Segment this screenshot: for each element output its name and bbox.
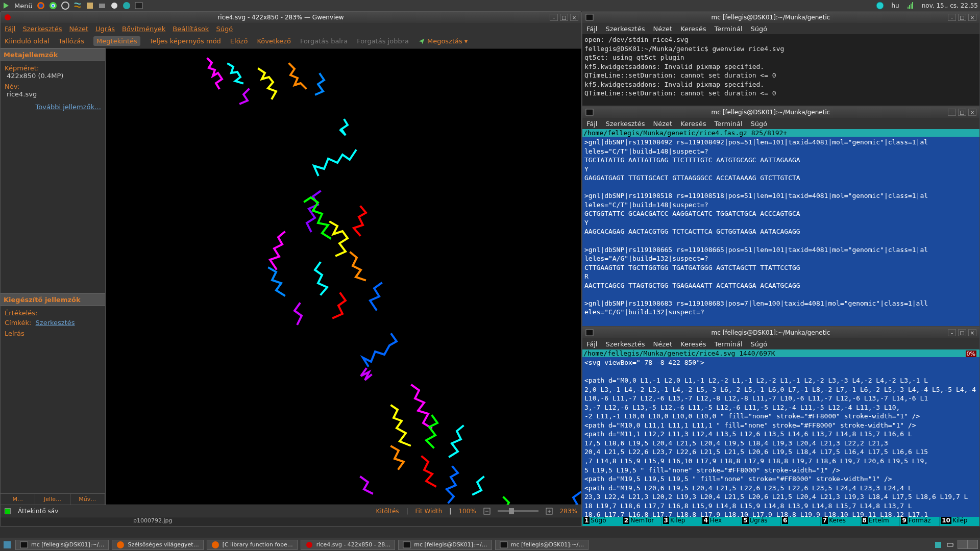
- fkey-1[interactable]: 1Súgó: [582, 517, 622, 526]
- fkey-4[interactable]: 4Hex: [701, 517, 741, 526]
- tb-view[interactable]: Megtekintés: [93, 36, 140, 46]
- wifi-icon[interactable]: [906, 2, 915, 10]
- t1-term[interactable]: Terminál: [715, 25, 743, 33]
- t1-view[interactable]: Nézet: [653, 25, 672, 33]
- fkey-8[interactable]: 8Értelm: [861, 517, 900, 526]
- term3-titlebar[interactable]: mc [fellegis@DSK01]:~/Munka/genetic –□×: [582, 327, 979, 338]
- clock[interactable]: nov. 15., cs, 22.55: [922, 2, 978, 9]
- menu-button[interactable]: Menü: [14, 2, 33, 10]
- fkey-7[interactable]: 7Keres: [821, 517, 861, 526]
- task-2[interactable]: [C library function fope…: [207, 540, 298, 550]
- t1-max[interactable]: □: [958, 14, 966, 21]
- menu-view[interactable]: Nézet: [69, 25, 88, 33]
- menu-file[interactable]: Fájl: [5, 25, 15, 33]
- t3-file[interactable]: Fájl: [586, 340, 597, 348]
- fkey-10[interactable]: 10Kilép: [940, 517, 979, 526]
- maximize-button[interactable]: □: [560, 14, 568, 21]
- app-icon-2[interactable]: [74, 2, 82, 10]
- zoom-slider[interactable]: [498, 510, 538, 512]
- tb-rotleft[interactable]: Forgatás balra: [300, 37, 348, 45]
- workspace-pager[interactable]: [958, 540, 978, 549]
- fkey-3[interactable]: 3Kilép: [662, 517, 702, 526]
- t2-term[interactable]: Terminál: [715, 120, 743, 128]
- firefox-icon[interactable]: [37, 2, 45, 10]
- t3-search[interactable]: Keresés: [680, 340, 706, 348]
- menu-go[interactable]: Ugrás: [95, 25, 115, 33]
- t3-max[interactable]: □: [958, 329, 966, 336]
- show-desktop-icon[interactable]: [2, 540, 12, 550]
- more-props-link[interactable]: További jellemzők…: [36, 103, 101, 111]
- menu-help[interactable]: Súgó: [216, 25, 233, 33]
- box-icon[interactable]: [86, 2, 94, 10]
- task-1[interactable]: Szélsőséges világegyet…: [112, 540, 203, 550]
- tb-share[interactable]: Megosztás▾: [418, 37, 468, 45]
- tab-ops[interactable]: Műv…: [70, 494, 105, 505]
- task-4[interactable]: mc [fellegis@DSK01]:~/…: [398, 540, 492, 550]
- task-5[interactable]: mc [fellegis@DSK01]:~/…: [495, 540, 589, 550]
- image-canvas[interactable]: [106, 48, 581, 505]
- term1-titlebar[interactable]: mc [fellegis@DSK01]:~/Munka/genetic –□×: [582, 12, 979, 23]
- menu-settings[interactable]: Beállítások: [173, 25, 209, 33]
- folder-tray-icon[interactable]: [98, 2, 106, 10]
- t3-term[interactable]: Terminál: [715, 340, 743, 348]
- chrome-icon[interactable]: [49, 2, 57, 10]
- fkey-6[interactable]: 6: [781, 517, 821, 526]
- t1-close[interactable]: ×: [968, 14, 976, 21]
- keyboard-layout[interactable]: hu: [891, 2, 899, 9]
- term3-body[interactable]: <svg viewBox="-78 -8 422 850"> <path d="…: [582, 357, 979, 517]
- minimize-button[interactable]: –: [550, 14, 558, 21]
- fit-fill[interactable]: Kitöltés: [376, 508, 399, 515]
- tray-app-icon[interactable]: [933, 540, 943, 550]
- close-button[interactable]: ×: [570, 14, 578, 21]
- tab-m[interactable]: M…: [1, 494, 35, 505]
- term1-body[interactable]: open: /dev/stdin rice4.svg fellegis@DSK0…: [582, 34, 979, 106]
- t2-edit[interactable]: Szerkesztés: [605, 120, 645, 128]
- zoom-out-icon[interactable]: [483, 508, 491, 515]
- tb-fullscreen[interactable]: Teljes képernyős mód: [150, 37, 221, 45]
- t2-view[interactable]: Nézet: [653, 120, 672, 128]
- circle-icon[interactable]: [110, 2, 118, 10]
- t1-help[interactable]: Súgó: [751, 25, 768, 33]
- t3-edit[interactable]: Szerkesztés: [605, 340, 645, 348]
- t1-edit[interactable]: Szerkesztés: [605, 25, 645, 33]
- app-icon-1[interactable]: [61, 2, 69, 10]
- gwenview-titlebar[interactable]: rice4.svg - 422x850 - 283% — Gwenview – …: [1, 12, 581, 23]
- tab-props[interactable]: Jelle…: [35, 494, 70, 505]
- fkey-2[interactable]: 2NemTör: [622, 517, 662, 526]
- t2-max[interactable]: □: [958, 109, 966, 116]
- menu-plugins[interactable]: Bővítmények: [122, 25, 165, 33]
- start-icon[interactable]: [2, 2, 10, 10]
- t3-close[interactable]: ×: [968, 329, 976, 336]
- fkey-9[interactable]: 9Formáz: [900, 517, 940, 526]
- menu-edit[interactable]: Szerkesztés: [22, 25, 62, 33]
- term2-body[interactable]: >gnl|dbSNP|rs119108492 rs=119108492|pos=…: [582, 137, 979, 326]
- zoom-in-icon[interactable]: [546, 508, 553, 515]
- tray-battery-icon[interactable]: [945, 540, 955, 550]
- zoom-100[interactable]: 100%: [458, 508, 476, 515]
- thumb-check[interactable]: [5, 508, 11, 514]
- tb-browse[interactable]: Tallózás: [59, 37, 85, 45]
- t1-min[interactable]: –: [948, 14, 956, 21]
- t3-view[interactable]: Nézet: [653, 340, 672, 348]
- tb-next[interactable]: Következő: [257, 37, 290, 45]
- task-0[interactable]: mc [fellegis@DSK01]:~/…: [15, 540, 109, 550]
- globe-icon[interactable]: [876, 2, 884, 10]
- filmstrip[interactable]: p1000792.jpg: [1, 517, 581, 526]
- tb-rotright[interactable]: Forgatás jobbra: [357, 37, 409, 45]
- fkey-5[interactable]: 5Ugrás: [741, 517, 781, 526]
- t2-close[interactable]: ×: [968, 109, 976, 116]
- task-3[interactable]: rice4.svg - 422x850 - 28…: [301, 540, 396, 550]
- t3-help[interactable]: Súgó: [751, 340, 768, 348]
- t2-search[interactable]: Keresés: [680, 120, 706, 128]
- term2-titlebar[interactable]: mc [fellegis@DSK01]:~/Munka/genetic –□×: [582, 107, 979, 118]
- fit-width[interactable]: Fit Width: [415, 508, 443, 515]
- t2-file[interactable]: Fájl: [586, 120, 597, 128]
- t1-file[interactable]: Fájl: [586, 25, 597, 33]
- t1-search[interactable]: Keresés: [680, 25, 706, 33]
- tags-edit-link[interactable]: Szerkesztés: [36, 319, 75, 327]
- tb-start[interactable]: Kiinduló oldal: [5, 37, 50, 45]
- tb-prev[interactable]: Előző: [230, 37, 248, 45]
- teal-icon[interactable]: [122, 2, 131, 10]
- t3-min[interactable]: –: [948, 329, 956, 336]
- terminal-tray-icon[interactable]: [135, 2, 143, 10]
